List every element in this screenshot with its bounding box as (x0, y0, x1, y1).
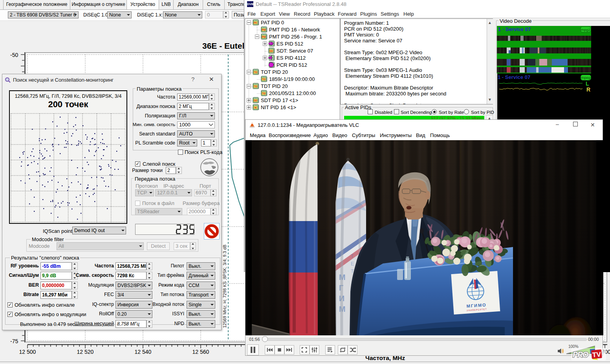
svg-text:NI: NI (255, 106, 257, 109)
svg-text:TD: TD (262, 78, 266, 80)
svg-text:PM: PM (262, 36, 266, 38)
svg-text:PRO: PRO (573, 350, 588, 359)
svg-text:Е: Е (351, 261, 354, 267)
svg-text:mpg2: mpg2 (581, 27, 590, 32)
svg-text:SD: SD (254, 99, 257, 102)
svg-text:R: R (586, 86, 590, 93)
svg-text:PM: PM (262, 29, 266, 31)
svg-text:1 - Service 07: 1 - Service 07 (498, 26, 531, 32)
svg-text:L: L (586, 80, 589, 87)
svg-text:SD: SD (269, 50, 273, 52)
svg-text:TD: TD (254, 71, 258, 73)
svg-text:TD: TD (262, 92, 266, 95)
svg-text:TD: TD (254, 85, 258, 88)
svg-text:PA: PA (254, 22, 258, 24)
svg-text:Т: Т (351, 253, 354, 259)
svg-text:TV: TV (592, 351, 601, 359)
